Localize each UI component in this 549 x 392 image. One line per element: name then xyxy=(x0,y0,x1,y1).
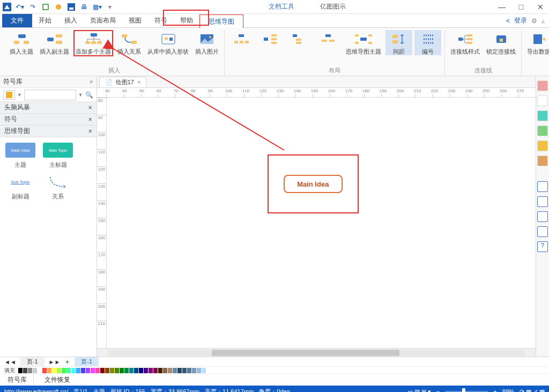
save-icon[interactable] xyxy=(66,2,76,12)
color-swatch[interactable] xyxy=(38,368,42,373)
color-swatch[interactable] xyxy=(71,368,76,373)
login-link[interactable]: 登录 xyxy=(514,16,527,25)
tool-help-icon[interactable]: ? xyxy=(537,241,548,252)
shape-item-sub-topic[interactable]: Sub Topic 副标题 xyxy=(4,174,36,201)
tool-swatch-teal[interactable] xyxy=(537,110,548,121)
shape-item-relation[interactable]: 关系 xyxy=(42,174,74,201)
color-swatch[interactable] xyxy=(120,368,124,373)
zoom-out-button[interactable]: − xyxy=(436,388,440,392)
tool-page-icon[interactable] xyxy=(537,156,548,166)
zoom-in-button[interactable]: + xyxy=(493,388,496,392)
close-icon[interactable]: × xyxy=(88,116,92,123)
redo-icon[interactable]: ↷ xyxy=(28,2,38,12)
status-right-icons[interactable]: ⟳ ▦ ⤢ ▦ xyxy=(520,388,545,393)
color-swatch[interactable] xyxy=(177,368,182,373)
tab-start[interactable]: 开始 xyxy=(32,14,58,27)
tool-comment-icon[interactable] xyxy=(537,226,548,237)
tool-web-icon[interactable] xyxy=(537,196,548,207)
lock-connector-button[interactable]: 锁定连接线 xyxy=(484,30,518,55)
document-tab[interactable]: 📄 绘图17 × xyxy=(99,77,147,87)
color-swatch[interactable] xyxy=(95,368,100,373)
close-icon[interactable]: × xyxy=(88,104,92,112)
color-swatch[interactable] xyxy=(115,368,119,373)
main-idea-shape[interactable]: Main Idea xyxy=(284,175,343,193)
minimize-button[interactable]: — xyxy=(495,3,508,11)
add-page-button[interactable]: ＋ xyxy=(64,358,70,366)
tool-note-icon[interactable] xyxy=(537,181,548,192)
insert-relation-button[interactable]: 插入关系 xyxy=(115,30,143,55)
color-swatch[interactable] xyxy=(197,368,201,373)
tab-mindmap[interactable]: 思维导图 xyxy=(199,14,243,28)
category-mindmap[interactable]: 思维导图× xyxy=(0,125,97,137)
panel-close-icon[interactable]: × xyxy=(90,78,93,86)
undo-icon[interactable]: ↶▾ xyxy=(15,2,25,12)
status-url[interactable]: http://www.edrawsoft.cn/ xyxy=(4,388,68,392)
tool-swatch-green[interactable] xyxy=(537,125,548,136)
color-swatch[interactable] xyxy=(76,368,80,373)
search-input[interactable] xyxy=(24,90,76,100)
preview-icon[interactable]: ▦▾ xyxy=(92,2,102,12)
color-swatch[interactable] xyxy=(144,368,148,373)
color-swatch[interactable] xyxy=(134,368,138,373)
color-swatch[interactable] xyxy=(187,368,191,373)
color-swatch[interactable] xyxy=(81,368,85,373)
color-swatch[interactable] xyxy=(28,368,32,373)
color-swatch[interactable] xyxy=(47,368,51,373)
color-swatch[interactable] xyxy=(18,368,23,373)
color-swatch[interactable] xyxy=(100,368,105,373)
tool-edit-icon[interactable] xyxy=(537,211,548,222)
qat-more-icon[interactable]: ▾ xyxy=(105,2,115,12)
color-swatch[interactable] xyxy=(23,368,27,373)
bottom-tab-symbols[interactable]: 符号库 xyxy=(4,374,34,386)
color-swatch[interactable] xyxy=(62,368,66,373)
mindmap-theme-button[interactable]: 思维导图主题 xyxy=(344,30,383,55)
tab-page-layout[interactable]: 页面布局 xyxy=(84,14,122,27)
close-icon[interactable]: × xyxy=(88,128,92,135)
category-symbols[interactable]: 符号× xyxy=(0,114,97,125)
color-swatch[interactable] xyxy=(163,368,167,373)
color-swatch[interactable] xyxy=(33,368,37,373)
doc-tab-close-icon[interactable]: × xyxy=(137,79,140,85)
color-swatch[interactable] xyxy=(153,368,158,373)
help-icon[interactable]: ▵ xyxy=(541,17,545,25)
search-icon[interactable]: 🔍 xyxy=(85,91,93,99)
layout-style-4-button[interactable] xyxy=(315,30,342,55)
color-swatch[interactable] xyxy=(182,368,187,373)
color-swatch[interactable] xyxy=(158,368,162,373)
insert-subtopic-button[interactable]: 插入副主题 xyxy=(38,30,71,55)
tab-view[interactable]: 视图 xyxy=(122,14,148,27)
category-brainstorm[interactable]: 头脑风暴× xyxy=(0,102,97,114)
color-swatch[interactable] xyxy=(86,368,90,373)
layout-style-1-button[interactable] xyxy=(228,30,255,55)
layout-style-2-button[interactable] xyxy=(257,30,284,55)
add-multiple-topics-button[interactable]: 添加多个主题 xyxy=(73,30,113,56)
color-swatch[interactable] xyxy=(173,368,177,373)
bottom-tab-recovery[interactable]: 文件恢复 xyxy=(41,374,73,386)
page-tab-right[interactable]: 页-1 xyxy=(75,357,99,366)
color-swatch[interactable] xyxy=(168,368,172,373)
insert-shape-from-library-button[interactable]: 从库中插入形状 xyxy=(145,30,191,55)
tab-help[interactable]: 帮助 xyxy=(174,14,199,27)
color-swatch[interactable] xyxy=(57,368,61,373)
connector-style-button[interactable]: 连接线样式 xyxy=(448,30,482,55)
color-swatch[interactable] xyxy=(202,368,206,373)
numbering-button[interactable]: 编号 xyxy=(414,30,441,55)
color-swatch[interactable] xyxy=(129,368,133,373)
canvas[interactable]: Main Idea xyxy=(107,98,536,348)
color-swatch[interactable] xyxy=(139,368,143,373)
new-doc-icon[interactable] xyxy=(41,2,50,12)
color-swatch[interactable] xyxy=(52,368,56,373)
maximize-button[interactable]: □ xyxy=(515,3,528,11)
page-tab-left[interactable]: 页-1 xyxy=(20,357,44,366)
layout-style-3-button[interactable] xyxy=(286,30,313,55)
color-swatch[interactable] xyxy=(110,368,114,373)
print-icon[interactable]: 🖶 xyxy=(79,2,89,12)
export-data-button[interactable]: 导出数据 xyxy=(525,30,549,55)
share-icon[interactable]: < xyxy=(506,17,510,25)
tool-image-icon[interactable] xyxy=(537,140,548,151)
tab-symbol[interactable]: 符号 xyxy=(148,14,174,27)
horizontal-scrollbar[interactable] xyxy=(97,348,536,357)
color-swatch[interactable] xyxy=(42,368,47,373)
tab-insert[interactable]: 插入 xyxy=(58,14,84,27)
view-mode-icons[interactable]: ▭ ▥ ⊞ ▾ xyxy=(407,388,431,393)
